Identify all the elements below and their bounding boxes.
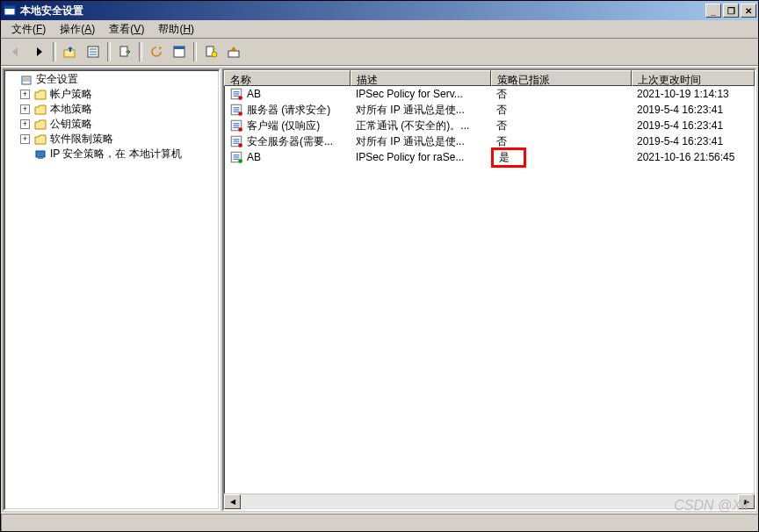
policy-icon [229,119,243,133]
cell-modified: 2019-5-4 16:23:41 [632,104,755,116]
svg-rect-12 [228,51,239,57]
horizontal-scrollbar[interactable]: ◀ ▶ [224,493,755,509]
close-button[interactable]: ✕ [741,4,756,18]
column-description[interactable]: 描述 [351,70,491,86]
list-body[interactable]: AB IPSec Policy for Serv... 否 2021-10-19… [224,86,755,493]
folder-icon [33,133,47,147]
tree-item-label: 公钥策略 [50,117,92,132]
svg-rect-14 [36,151,45,157]
statusbar [1,513,758,531]
menubar: 文件(F) 操作(A) 查看(V) 帮助(H) [1,20,758,39]
security-root-icon [19,73,33,87]
tree-item-account[interactable]: + 帐户策略 [20,87,219,102]
cell-name: AB [247,88,261,100]
toolbar [1,39,758,66]
toolbar-separator [107,42,111,61]
tree-item-local[interactable]: + 本地策略 [20,102,219,117]
tree-view[interactable]: 安全设置 + 帐户策略 + 本地策略 [4,70,219,162]
menu-help[interactable]: 帮助(H) [151,20,201,39]
app-window: 本地安全设置 _ ❐ ✕ 文件(F) 操作(A) 查看(V) 帮助(H) [0,0,759,532]
svg-rect-1 [4,6,15,9]
ipsec-icon [33,147,47,162]
policy-icon [229,134,243,148]
column-modified[interactable]: 上次更改时间 [632,70,755,86]
tree-item-label: 本地策略 [50,102,92,117]
tree-root[interactable]: 安全设置 [6,72,219,87]
cell-name: AB [247,151,261,163]
back-button [5,41,26,62]
expander-icon[interactable]: + [20,104,30,114]
export-button[interactable] [114,41,135,62]
minimize-button[interactable]: _ [705,4,721,18]
menu-view[interactable]: 查看(V) [102,20,151,39]
cell-modified: 2019-5-4 16:23:41 [632,135,755,147]
menu-action[interactable]: 操作(A) [53,20,102,39]
scroll-right-icon[interactable]: ▶ [738,494,755,509]
list-pane: 名称 描述 策略已指派 上次更改时间 AB IPSec Policy for S… [222,68,756,511]
column-name[interactable]: 名称 [224,70,351,86]
cell-modified: 2021-10-19 1:14:13 [632,88,755,100]
cell-name: 服务器 (请求安全) [247,103,330,118]
cell-description: 正常通讯 (不安全的)。... [351,119,491,133]
svg-point-17 [238,96,242,100]
policy-icon [229,103,243,117]
folder-icon [33,118,47,132]
toolbar-separator [139,42,142,61]
cell-modified: 2021-10-16 21:56:45 [632,151,755,163]
tree-item-pubkey[interactable]: + 公钥策略 [20,117,219,132]
cell-description: 对所有 IP 通讯总是使... [351,134,491,149]
svg-point-21 [238,127,242,132]
cell-description: IPSec Policy for raSe... [351,151,491,163]
expander-icon[interactable]: + [20,134,30,144]
svg-point-25 [238,159,242,163]
column-assigned[interactable]: 策略已指派 [491,70,632,86]
assign-button[interactable] [223,41,244,62]
tree-item-ipsec[interactable]: IP 安全策略，在 本地计算机 [20,147,219,162]
folder-icon [33,88,47,102]
cell-assigned: 否 [491,87,632,102]
cell-assigned: 否 [491,119,632,133]
scroll-left-icon[interactable]: ◀ [224,494,241,509]
svg-point-23 [238,143,242,147]
list-row[interactable]: 客户端 (仅响应) 正常通讯 (不安全的)。... 否 2019-5-4 16:… [224,118,755,133]
forward-button[interactable] [28,41,49,62]
tree-root-label: 安全设置 [36,72,78,87]
policy-icon [229,150,243,164]
svg-rect-15 [38,157,43,159]
app-icon [3,4,17,18]
cell-name: 安全服务器(需要... [247,134,333,149]
cell-modified: 2019-5-4 16:23:41 [632,119,755,132]
scroll-track[interactable] [241,495,738,508]
properties-button[interactable] [169,41,190,62]
up-button[interactable] [60,41,81,62]
spacer [6,75,16,84]
list-row[interactable]: AB IPSec Policy for Serv... 否 2021-10-19… [224,86,755,102]
refresh-button[interactable] [146,41,167,62]
svg-rect-9 [174,47,184,49]
titlebar: 本地安全设置 _ ❐ ✕ [1,1,758,20]
cell-assigned-highlighted: 是 [491,147,526,168]
tree-item-label: IP 安全策略，在 本地计算机 [50,147,182,162]
list-row[interactable]: AB IPSec Policy for raSe... 是 2021-10-16… [224,149,755,165]
cell-name: 客户端 (仅响应) [247,119,320,133]
tree-item-label: 软件限制策略 [50,132,113,147]
policy-icon [229,87,243,101]
list-row[interactable]: 服务器 (请求安全) 对所有 IP 通讯总是使... 否 2019-5-4 16… [224,102,755,118]
view-button[interactable] [83,41,104,62]
cell-assigned: 否 [491,103,632,118]
spacer [20,149,30,159]
tree-item-software[interactable]: + 软件限制策略 [20,132,219,147]
list-row[interactable]: 安全服务器(需要... 对所有 IP 通讯总是使... 否 2019-5-4 1… [224,133,755,149]
svg-point-19 [238,111,242,116]
menu-file[interactable]: 文件(F) [4,20,53,39]
tree-item-label: 帐户策略 [50,87,92,102]
list-header: 名称 描述 策略已指派 上次更改时间 [224,70,755,86]
maximize-button[interactable]: ❐ [723,4,739,18]
content-area: 安全设置 + 帐户策略 + 本地策略 [1,66,758,513]
expander-icon[interactable]: + [20,119,30,129]
cell-description: IPSec Policy for Serv... [351,88,491,100]
expander-icon[interactable]: + [20,90,30,99]
tree-pane: 安全设置 + 帐户策略 + 本地策略 [3,68,220,511]
new-policy-button[interactable] [200,41,221,62]
cell-description: 对所有 IP 通讯总是使... [351,103,491,118]
